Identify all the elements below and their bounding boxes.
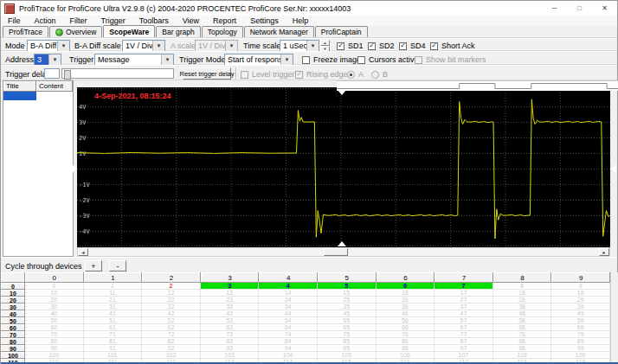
checkbox-icon[interactable]: ✓ [337,42,344,50]
station-cell[interactable]: 70 [25,331,84,338]
station-cell[interactable]: 12 [142,290,201,297]
station-cell[interactable]: 102 [142,352,201,359]
station-cell[interactable]: 34 [259,303,318,310]
station-cell[interactable]: 3 [201,283,260,290]
checkbox-icon[interactable] [302,56,310,64]
station-cell[interactable]: 103 [201,352,260,359]
station-cell[interactable]: 87 [435,338,493,345]
station-cell[interactable]: 48 [493,310,552,317]
station-cell[interactable]: 97 [435,345,493,352]
station-cell[interactable]: 104 [259,352,318,359]
station-cell[interactable]: 32 [142,303,201,310]
station-cell[interactable]: 78 [493,331,552,338]
slider-thumb[interactable] [64,70,71,80]
station-cell[interactable]: 109 [551,352,610,359]
station-cell[interactable]: 19 [551,290,610,297]
station-cell[interactable]: 56 [377,317,435,324]
station-cell[interactable]: 67 [435,324,493,331]
station-cell[interactable]: 74 [259,331,318,338]
close-button[interactable]: ✕ [592,1,617,16]
station-cell[interactable]: 40 [25,310,84,317]
station-cell[interactable]: 1 [84,283,143,290]
time-scale-select[interactable]: 1 uSec ▼ [280,40,319,52]
tab-profitrace[interactable]: ProfiTrace [3,26,48,37]
station-cell[interactable]: 5 [318,283,377,290]
station-cell[interactable]: 18 [493,290,552,297]
station-cell[interactable]: 37 [435,303,493,310]
trigger-delay-slider[interactable] [61,68,174,79]
station-cell[interactable]: 28 [493,297,552,303]
menu-settings[interactable]: Settings [243,16,286,25]
station-cell[interactable]: 60 [25,324,84,331]
station-cell[interactable]: 89 [551,338,610,345]
station-cell[interactable]: 38 [493,303,552,310]
station-cell[interactable]: 79 [551,331,610,338]
content-column-header[interactable]: Content [36,81,73,92]
station-cell[interactable]: 63 [201,324,260,331]
station-cell[interactable]: 92 [142,345,201,352]
oscilloscope-display[interactable]: 4V3V2V1V-1V-2V-3V-4V 4-Sep-2021, 08:15:2… [77,87,610,247]
station-cell[interactable]: 85 [318,338,377,345]
station-cell[interactable]: 9 [551,283,610,290]
checkbox-icon[interactable] [357,56,365,64]
station-cell[interactable]: 91 [84,345,143,352]
zero-level-left-marker[interactable] [72,164,77,173]
station-cell[interactable]: 8 [493,283,552,290]
station-cell[interactable]: 93 [201,345,260,352]
station-cell[interactable]: 108 [493,352,552,359]
title-content-list[interactable]: TitleContent [3,80,74,257]
station-cell[interactable]: 69 [551,324,610,331]
station-cell[interactable]: 88 [493,338,552,345]
zero-level-right-marker[interactable] [611,164,616,173]
station-cell[interactable]: 0 [25,283,84,290]
station-cell[interactable]: 23 [201,297,260,303]
station-cell[interactable]: 41 [84,310,143,317]
freeze-image-checkbox[interactable]: Freeze image [302,55,361,64]
station-cell[interactable]: 80 [25,338,84,345]
station-cell[interactable]: 96 [377,345,435,352]
menu-report[interactable]: Report [206,16,243,25]
station-cell[interactable]: 99 [551,345,610,352]
time-scale-spinner[interactable]: ▲ ▼ [320,40,330,52]
station-cell[interactable]: 62 [142,324,201,331]
menu-toolbars[interactable]: Toolbars [132,16,176,25]
station-cell[interactable]: 52 [142,317,201,324]
station-cell[interactable]: 10 [25,290,84,297]
tab-scopeware[interactable]: ScopeWare [103,25,155,37]
station-cell[interactable]: 81 [84,338,143,345]
station-cell[interactable]: 49 [551,310,610,317]
station-cell[interactable]: 61 [84,324,143,331]
station-cell[interactable]: 57 [435,317,493,324]
menu-action[interactable]: Action [28,16,63,25]
station-cell[interactable]: 65 [318,324,377,331]
title-column-header[interactable]: Title [3,81,36,92]
reset-trigger-delay-button[interactable]: Reset trigger delay [183,67,231,80]
station-cell[interactable]: 71 [84,331,143,338]
mode-select[interactable]: B-A Diff ▼ [27,40,70,52]
station-cell[interactable]: 72 [142,331,201,338]
ba-scale-select[interactable]: 1V / Div ▼ [122,40,165,52]
menu-file[interactable]: File [1,16,28,25]
cycle-minus-button[interactable]: - [109,260,126,271]
station-cell[interactable]: 11 [84,290,143,297]
sd4-checkbox[interactable]: ✓SD4 [399,42,426,50]
scroll-right-icon[interactable]: ► [599,248,609,256]
station-cell[interactable]: 4 [259,283,318,290]
station-cell[interactable]: 53 [201,317,260,324]
station-cell[interactable]: 15 [318,290,377,297]
sd2-checkbox[interactable]: ✓SD2 [368,42,395,50]
table-scrollbar[interactable] [610,272,618,362]
cursors-active-checkbox[interactable]: Cursors active [357,55,419,64]
station-cell[interactable]: 39 [551,303,610,310]
station-cell[interactable]: 42 [142,310,201,317]
station-cell[interactable]: 16 [377,290,435,297]
station-cell[interactable]: 13 [201,290,260,297]
spin-up-icon[interactable]: ▲ [320,40,330,46]
station-cell[interactable]: 54 [259,317,318,324]
station-cell[interactable]: 21 [84,297,143,303]
station-cell[interactable]: 76 [377,331,435,338]
station-cell[interactable]: 86 [377,338,435,345]
station-cell[interactable]: 75 [318,331,377,338]
minimize-button[interactable]: ─ [542,1,567,16]
station-cell[interactable]: 82 [142,338,201,345]
